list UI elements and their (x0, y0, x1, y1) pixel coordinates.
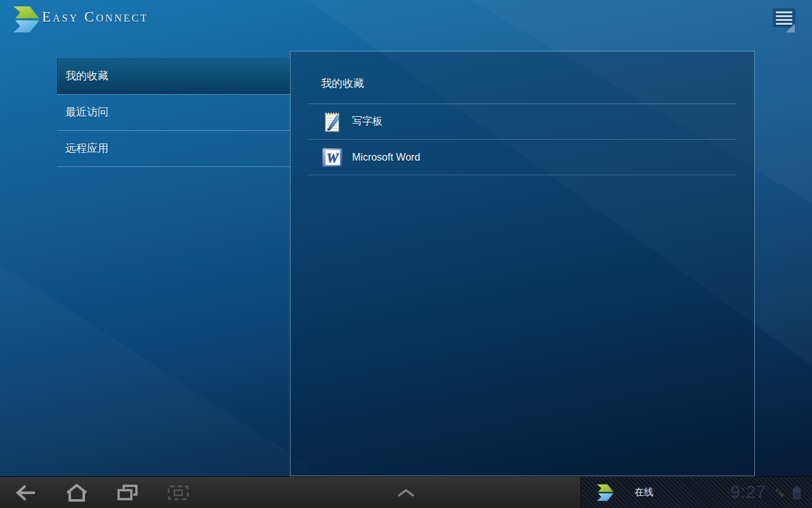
easy-connect-logo-icon (11, 6, 40, 34)
app-label: 写字板 (352, 115, 383, 128)
app-label: Microsoft Word (352, 152, 420, 163)
battery-icon (792, 485, 802, 500)
msword-icon: W (321, 146, 344, 169)
tray-icons (773, 485, 802, 500)
panel-title: 我的收藏 (291, 51, 754, 104)
screenshot-icon[interactable] (160, 479, 197, 507)
sidebar: 我的收藏 最近访问 远程应用 (57, 58, 291, 167)
home-icon[interactable] (58, 479, 95, 507)
wordpad-icon (321, 110, 344, 133)
header: Easy Connect (0, 0, 812, 38)
sidebar-item-favorites[interactable]: 我的收藏 (57, 58, 291, 95)
resize-corner-icon (786, 23, 795, 32)
status-tray[interactable]: 在线 9:27 (580, 477, 812, 508)
hide-bar-icon[interactable] (388, 477, 424, 508)
easy-connect-app: { "app": { "title": "Easy Connect" }, "h… (0, 0, 812, 508)
nav-buttons (8, 477, 197, 508)
list-item-wordpad[interactable]: 写字板 (308, 104, 737, 140)
recent-apps-icon[interactable] (109, 479, 146, 507)
connection-status: 在线 (634, 486, 653, 498)
system-navbar: 在线 9:27 (0, 476, 812, 508)
favorites-panel: 我的收藏 写字板 (290, 51, 755, 476)
clock: 9:27 (730, 483, 766, 502)
easy-connect-status-icon (595, 484, 614, 502)
sidebar-item-recent[interactable]: 最近访问 (57, 95, 291, 131)
sidebar-item-remote-apps[interactable]: 远程应用 (57, 131, 291, 167)
network-activity-icon (773, 486, 787, 500)
list-item-msword[interactable]: W Microsoft Word (308, 140, 737, 175)
back-icon[interactable] (8, 479, 44, 507)
app-title: Easy Connect (42, 9, 148, 25)
svg-text:W: W (327, 150, 339, 166)
